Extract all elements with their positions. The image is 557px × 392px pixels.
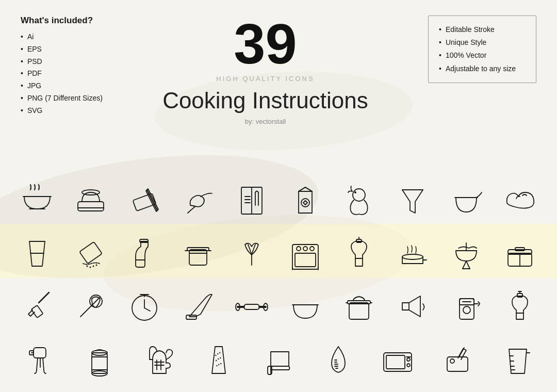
chicken-icon [335,177,384,223]
flour-eraser-icon [67,230,116,276]
kitchen-scale-icon [67,177,116,223]
salad-bowl-icon [281,283,330,330]
svg-rect-26 [140,239,148,242]
tin-can-icon [75,336,124,383]
oven-mitt-icon [135,336,184,383]
svg-rect-63 [186,315,196,319]
bottle-icon [120,230,169,276]
svg-rect-104 [386,355,405,369]
measuring-cup-icon [493,336,542,383]
lunch-box-icon [496,230,545,276]
svg-point-110 [450,359,454,363]
svg-point-37 [303,247,307,251]
list-item-psd: PSD [21,56,103,68]
svg-point-23 [90,266,91,268]
spatula-icon [13,283,62,330]
glass-icon [13,230,62,276]
coffee-maker-icon [442,283,491,330]
icon-row-3 [10,282,547,331]
author-label: by: vectorstall [103,118,428,125]
svg-rect-54 [31,305,43,317]
included-list: Ai EPS PSD PDF JPG PNG (7 Different Size… [21,31,103,117]
cheese-grater-icon [194,336,243,383]
oil-bottle-icon [496,283,545,330]
ladle-icon [174,177,223,223]
bbq-grill-icon [442,230,491,276]
steaming-pan-icon [388,230,437,276]
svg-point-25 [96,264,97,266]
list-item-pdf: PDF [21,68,103,80]
svg-point-105 [407,358,410,361]
cutting-board-icon [433,336,482,383]
water-drop-icon [314,336,363,383]
feature-unique-style: Unique Style [439,36,526,49]
skimmer-icon [67,283,116,330]
svg-point-22 [87,265,88,267]
timer-icon [120,283,169,330]
whisk-icon [227,230,276,276]
cleaver-icon [254,336,303,383]
feature-editable-stroke: Editable Stroke [439,23,526,36]
whats-included-section: What's included? Ai EPS PSD PDF JPG PNG … [21,15,103,117]
svg-rect-84 [34,348,46,358]
svg-rect-30 [187,248,209,251]
svg-line-55 [39,292,49,303]
icon-row-2 [10,228,547,277]
svg-point-106 [407,364,410,367]
list-item-png: PNG (7 Different Sizes) [21,92,103,105]
svg-rect-87 [92,353,107,373]
svg-rect-53 [515,248,525,251]
wok-bowl-icon [442,177,491,223]
list-item-jpg: JPG [21,80,103,92]
steam-bowl-icon [13,177,62,223]
svg-rect-28 [189,250,207,265]
product-title: Cooking Instructions [103,88,428,113]
list-item-ai: Ai [21,31,103,43]
svg-point-24 [93,265,94,267]
svg-rect-21 [79,241,102,263]
quality-label: HIGH QUALITY ICONS [103,75,428,83]
hand-mixer-icon [15,336,64,383]
svg-point-38 [310,247,314,251]
steak-icon [496,177,545,223]
header-section: What's included? Ai EPS PSD PDF JPG PNG … [21,15,536,125]
oven-stove-icon [281,230,330,276]
svg-point-17 [354,191,356,193]
feature-adjustable: Adjustable to any size [439,62,526,75]
list-item-svg: SVG [21,105,103,117]
list-item-eps: EPS [21,43,103,56]
microwave-icon [373,336,422,383]
icon-row-1 [10,175,547,224]
stockpot-icon [335,283,384,330]
svg-point-15 [301,199,309,207]
features-list: Editable Stroke Unique Style 100% Vector… [439,23,526,75]
feature-vector: 100% Vector [439,49,526,62]
center-section: 39 HIGH QUALITY ICONS Cooking Instructio… [103,15,428,125]
svg-point-77 [463,306,470,314]
svg-rect-64 [244,304,259,309]
svg-rect-35 [295,253,316,267]
svg-point-36 [297,247,301,251]
whats-included-title: What's included? [21,15,103,26]
svg-point-44 [402,254,423,259]
milk-carton-icon [281,177,330,223]
chef-knife-icon [174,283,223,330]
cooking-pot-icon [174,230,223,276]
icon-count: 39 [103,15,428,72]
svg-rect-2 [78,202,104,211]
icons-section [10,175,547,388]
rolling-pin-icon [227,283,276,330]
icon-row-4 [10,335,547,384]
condiment-bottle-icon [335,230,384,276]
svg-rect-71 [349,303,369,319]
svg-line-47 [466,261,470,269]
funnel-icon [388,177,437,223]
butter-block-icon [120,177,169,223]
svg-rect-80 [517,293,522,297]
svg-line-6 [147,190,157,210]
svg-point-16 [353,189,365,201]
recipe-book-icon [227,177,276,223]
svg-rect-108 [447,357,468,371]
svg-line-60 [144,308,150,311]
features-box: Editable Stroke Unique Style 100% Vector… [428,15,536,83]
